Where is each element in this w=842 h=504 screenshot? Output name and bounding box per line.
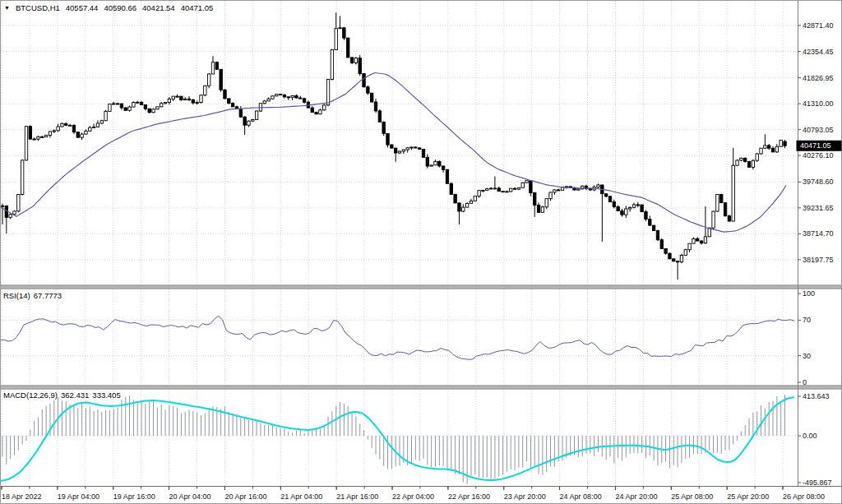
main-chart-plot[interactable] — [0, 0, 798, 285]
macd-indicator-label: MACD(12,26,9) 362.431 333.405 — [3, 391, 127, 400]
rsi-label: RSI(14) — [3, 291, 30, 300]
price-axis[interactable] — [798, 0, 842, 486]
time-axis[interactable] — [0, 487, 842, 504]
rsi-value: 67.7773 — [34, 291, 62, 300]
macd-panel-plot[interactable] — [0, 389, 798, 486]
panel-separator-1[interactable] — [0, 285, 842, 289]
symbol-dropdown-icon[interactable]: ▼ — [4, 5, 10, 11]
macd-value-1: 362.431 — [61, 391, 89, 400]
panel-separator-2[interactable] — [0, 386, 842, 389]
symbol-ohlc-line: ▼ BTCUSD,H1 40557.44 40590.66 40421.54 4… — [4, 3, 219, 12]
macd-value-2: 333.405 — [92, 391, 120, 400]
chart-window: 42871.4042354.4541826.9541310.0040793.05… — [0, 0, 842, 504]
bar-open-value: 40557.44 — [66, 3, 99, 12]
macd-label: MACD(12,26,9) — [3, 391, 58, 400]
bar-close-value: 40471.05 — [181, 3, 214, 12]
symbol-name: BTCUSD,H1 — [16, 3, 60, 12]
bar-high-value: 40590.66 — [104, 3, 136, 12]
rsi-indicator-label: RSI(14) 67.7773 — [3, 291, 67, 300]
bar-low-value: 40421.54 — [142, 3, 175, 12]
chart-canvas: 42871.4042354.4541826.9541310.0040793.05… — [0, 0, 842, 504]
rsi-panel-plot[interactable] — [0, 289, 798, 386]
